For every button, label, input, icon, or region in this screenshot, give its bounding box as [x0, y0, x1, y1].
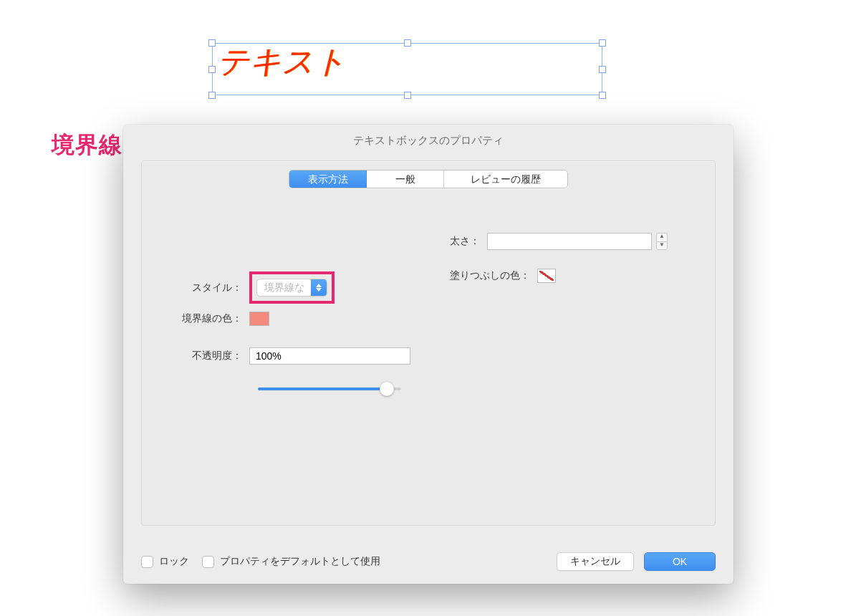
- resize-handle-tm[interactable]: [404, 39, 411, 47]
- resize-handle-bl[interactable]: [208, 92, 216, 99]
- lock-label: ロック: [159, 555, 189, 568]
- resize-handle-br[interactable]: [599, 92, 606, 99]
- tab-general[interactable]: 一般: [367, 170, 444, 188]
- fill-color-row: 塗りつぶしの色：: [437, 269, 556, 283]
- slider-thumb[interactable]: [380, 382, 394, 396]
- style-row: スタイル： 境界線な: [170, 271, 335, 304]
- updown-arrows-icon: [311, 279, 327, 296]
- stepper-up[interactable]: ▲: [656, 233, 668, 241]
- stepper-down[interactable]: ▼: [656, 241, 668, 250]
- properties-dialog: テキストボックスのプロパティ 表示方法 一般 レビューの履歴 スタイル： 境界線…: [123, 125, 733, 584]
- thickness-input[interactable]: [487, 233, 652, 250]
- cancel-button[interactable]: キャンセル: [557, 552, 634, 571]
- border-color-swatch[interactable]: [249, 312, 269, 326]
- tab-group: 表示方法 一般 レビューの履歴: [289, 170, 568, 188]
- dialog-body: 表示方法 一般 レビューの履歴 スタイル： 境界線な 境界線の色： 不透明度：: [141, 160, 716, 526]
- opacity-row: 不透明度：: [170, 347, 410, 365]
- resize-handle-ml[interactable]: [208, 66, 216, 73]
- thickness-label: 太さ：: [437, 235, 480, 248]
- default-label: プロパティをデフォルトとして使用: [220, 555, 380, 568]
- resize-handle-tr[interactable]: [599, 39, 606, 47]
- resize-handle-tl[interactable]: [208, 39, 216, 47]
- fill-color-label: 塗りつぶしの色：: [437, 269, 530, 282]
- opacity-input[interactable]: [249, 347, 410, 365]
- opacity-label: 不透明度：: [170, 350, 242, 362]
- slider-fill: [258, 388, 387, 390]
- border-color-row: 境界線の色：: [170, 312, 269, 326]
- style-select[interactable]: 境界線な: [256, 279, 327, 297]
- style-select-value: 境界線な: [257, 281, 311, 294]
- dialog-footer: ロック プロパティをデフォルトとして使用 キャンセル OK: [141, 552, 716, 571]
- lock-checkbox[interactable]: [141, 556, 153, 568]
- default-checkbox[interactable]: [202, 556, 214, 568]
- resize-handle-bm[interactable]: [404, 92, 411, 99]
- fill-color-swatch-none[interactable]: [537, 269, 556, 283]
- tab-review-history[interactable]: レビューの履歴: [444, 170, 567, 188]
- resize-handle-mr[interactable]: [599, 66, 606, 73]
- textbox-content: テキスト: [213, 43, 350, 81]
- border-color-label: 境界線の色：: [170, 312, 242, 325]
- style-select-highlight: 境界線な: [249, 271, 335, 304]
- thickness-stepper: ▲ ▼: [656, 233, 668, 250]
- ok-button[interactable]: OK: [644, 552, 716, 571]
- selected-textbox[interactable]: テキスト: [212, 43, 602, 95]
- style-label: スタイル：: [170, 281, 242, 294]
- dialog-title: テキストボックスのプロパティ: [123, 125, 733, 156]
- opacity-slider-row: [258, 380, 401, 398]
- thickness-row: 太さ： ▲ ▼: [437, 233, 668, 250]
- opacity-slider[interactable]: [258, 380, 401, 398]
- tab-display[interactable]: 表示方法: [289, 170, 367, 188]
